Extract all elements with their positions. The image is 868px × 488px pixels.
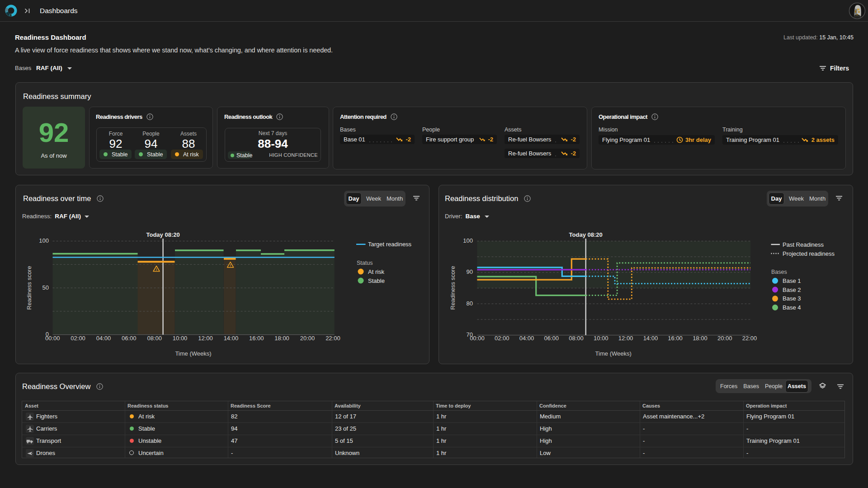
svg-text:Base 3: Base 3 (783, 295, 801, 302)
svg-text:Base 1: Base 1 (783, 277, 801, 284)
svg-text:08:00: 08:00 (569, 335, 584, 342)
svg-text:20:00: 20:00 (300, 335, 315, 342)
svg-text:10:00: 10:00 (173, 335, 188, 342)
svg-text:70: 70 (467, 331, 473, 338)
svg-text:Time (Weeks): Time (Weeks) (595, 350, 632, 357)
svg-text:50: 50 (42, 284, 49, 291)
svg-text:18:00: 18:00 (693, 335, 708, 342)
svg-text:Today 08:20: Today 08:20 (146, 231, 180, 238)
svg-text:Readiness score: Readiness score (449, 266, 456, 310)
svg-text:06:00: 06:00 (544, 335, 559, 342)
svg-text:Today 08:20: Today 08:20 (569, 231, 603, 238)
svg-text:08:00: 08:00 (147, 335, 162, 342)
svg-text:!: ! (156, 267, 157, 272)
svg-text:100: 100 (463, 237, 473, 244)
svg-text:02:00: 02:00 (71, 335, 85, 342)
svg-text:04:00: 04:00 (519, 335, 534, 342)
svg-text:06:00: 06:00 (122, 335, 137, 342)
svg-text:16:00: 16:00 (668, 335, 683, 342)
svg-text:!: ! (230, 263, 231, 267)
svg-text:22:00: 22:00 (742, 335, 757, 342)
svg-text:Base 2: Base 2 (783, 286, 801, 293)
svg-text:16:00: 16:00 (249, 335, 264, 342)
svg-text:14:00: 14:00 (224, 335, 239, 342)
svg-text:04:00: 04:00 (96, 335, 111, 342)
svg-text:Projected readiness: Projected readiness (783, 250, 835, 257)
svg-text:02:00: 02:00 (495, 335, 509, 342)
svg-text:90: 90 (467, 268, 473, 275)
svg-text:18:00: 18:00 (274, 335, 289, 342)
svg-text:20:00: 20:00 (717, 335, 732, 342)
svg-text:0: 0 (46, 331, 49, 338)
svg-text:Readiness score: Readiness score (26, 266, 33, 310)
svg-text:Past Readiness: Past Readiness (783, 241, 824, 248)
svg-text:Target readiness: Target readiness (368, 241, 412, 248)
svg-text:22:00: 22:00 (326, 335, 340, 342)
svg-text:12:00: 12:00 (618, 335, 633, 342)
svg-text:12:00: 12:00 (198, 335, 213, 342)
svg-text:Time (Weeks): Time (Weeks) (175, 350, 211, 357)
svg-text:10:00: 10:00 (594, 335, 609, 342)
svg-text:Bases: Bases (771, 269, 787, 275)
svg-text:80: 80 (467, 300, 473, 307)
svg-text:100: 100 (39, 237, 49, 244)
svg-text:Status: Status (357, 260, 373, 266)
svg-text:14:00: 14:00 (643, 335, 658, 342)
svg-text:At risk: At risk (368, 268, 385, 275)
svg-text:Stable: Stable (368, 277, 385, 284)
svg-text:Base 4: Base 4 (783, 304, 801, 311)
